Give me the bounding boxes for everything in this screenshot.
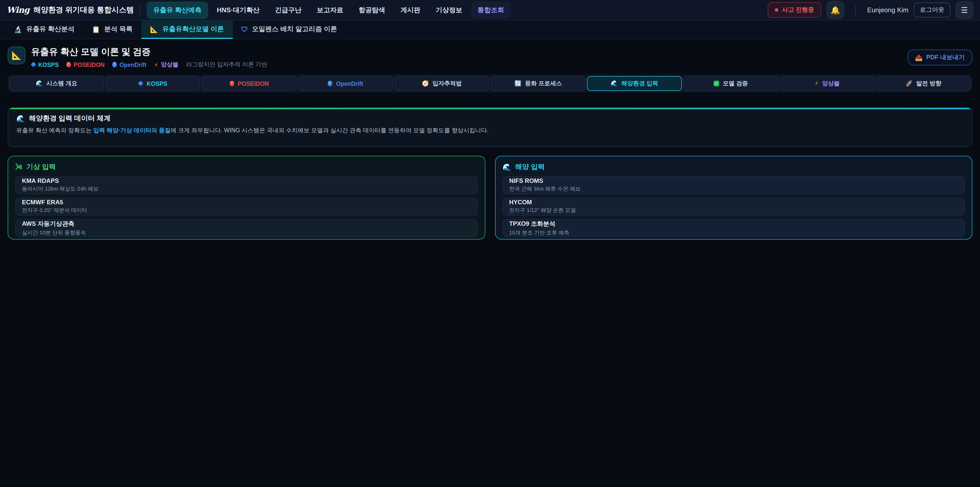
tab-oil-spill-analysis[interactable]: 유출유 확산분석 xyxy=(5,21,83,39)
main-content: 해양환경 입력 데이터 체계 유출유 확산 예측의 정확도는 입력 해양·기상 … xyxy=(0,107,980,239)
weather-card-title: 기상 입력 xyxy=(15,162,477,171)
page-icon-box xyxy=(8,46,25,64)
section-tab-poseidon[interactable]: POSEIDON xyxy=(202,76,297,91)
wave-icon xyxy=(611,81,617,86)
item-name: KMA RDAPS xyxy=(22,177,471,184)
triangle-ruler-icon xyxy=(150,26,158,32)
ocean-card-title: 해양 입력 xyxy=(503,162,965,171)
hamburger-menu-icon xyxy=(961,5,968,14)
wave-icon xyxy=(16,114,25,122)
tab-label: 오일펜스 배치 알고리즘 이론 xyxy=(252,24,337,34)
nav-item-hns-air-diffusion[interactable]: HNS·대기확산 xyxy=(210,1,266,19)
brand[interactable]: Wing 해양환경 위기대응 통합시스템 xyxy=(6,5,134,15)
banner-title-text: 해양환경 입력 데이터 체계 xyxy=(29,113,111,123)
banner-description: 유출유 확산 예측의 정확도는 입력 해양·기상 데이터의 품질에 크게 좌우됩… xyxy=(16,126,964,134)
repeat-icon xyxy=(514,81,522,86)
item-desc: 동아시아 12km 해상도·24h 예보 xyxy=(22,185,471,193)
card-title-text: 기상 입력 xyxy=(26,162,56,171)
section-tab-system-overview[interactable]: 시스템 개요 xyxy=(9,76,104,91)
blue-diamond-icon xyxy=(30,62,36,67)
divider xyxy=(856,5,856,15)
nav-item-weather-info[interactable]: 기상정보 xyxy=(429,1,469,19)
main-nav: 유출유 확산예측 HNS·대기확산 긴급구난 보고자료 항공탐색 게시판 기상정… xyxy=(146,1,767,19)
model-chips-row: KOSPS POSEIDON OpenDrift 앙상블 라그랑지안 입자추적 … xyxy=(31,61,267,69)
section-tab-label: POSEIDON xyxy=(238,80,269,86)
blue-diamond-icon xyxy=(138,81,144,86)
weather-card-items: KMA RDAPS 동아시아 12km 해상도·24h 예보 ECMWF ERA… xyxy=(15,176,477,237)
sub-tab-bar: 유출유 확산분석 분석 목록 유출유확산모델 이론 오일펜스 배치 알고리즘 이… xyxy=(0,21,980,39)
red-oval-icon xyxy=(230,81,234,86)
notifications-button[interactable] xyxy=(826,1,844,19)
shield-icon xyxy=(241,26,248,32)
blue-oval-icon xyxy=(112,62,117,67)
status-dot xyxy=(775,8,778,12)
logout-button[interactable]: 로그아웃 xyxy=(914,3,950,18)
section-tab-label: 해양환경 입력 xyxy=(621,80,658,87)
section-tab-weathering-process[interactable]: 풍화 프로세스 xyxy=(491,76,585,91)
section-tab-marine-env-input[interactable]: 해양환경 입력 xyxy=(587,76,682,91)
item-desc: 전지구 0.25° 재분석 데이터 xyxy=(22,207,471,214)
chip-label: 앙상블 xyxy=(161,61,178,69)
section-tab-opendrift[interactable]: OpenDrift xyxy=(298,76,393,91)
banner-text-after: 에 크게 좌우됩니다. WING 시스템은 국내외 수치예보 모델과 실시간 관… xyxy=(170,127,488,133)
chip-label: OpenDrift xyxy=(119,62,146,68)
chip-opendrift: OpenDrift xyxy=(112,62,146,68)
top-navigation-bar: Wing 해양환경 위기대응 통합시스템 유출유 확산예측 HNS·대기확산 긴… xyxy=(0,0,980,21)
nav-item-integrated-search[interactable]: 통합조회 xyxy=(471,1,511,19)
section-tab-kosps[interactable]: KOSPS xyxy=(105,76,200,91)
section-tab-model-validation[interactable]: 모델 검증 xyxy=(683,76,778,91)
input-cards-row: 기상 입력 KMA RDAPS 동아시아 12km 해상도·24h 예보 ECM… xyxy=(8,155,972,239)
tab-label: 분석 목록 xyxy=(104,24,132,34)
nav-item-emergency-rescue[interactable]: 긴급구난 xyxy=(268,1,308,19)
chip-label: KOSPS xyxy=(38,62,59,68)
item-name: ECMWF ERA5 xyxy=(22,199,471,206)
nav-item-board[interactable]: 게시판 xyxy=(394,1,427,19)
list-item-hycom: HYCOM 전지구 1/12° 해양 순환 모델 xyxy=(503,197,965,215)
page-subtitle-note: 라그랑지안 입자추적 이론 기반 xyxy=(186,61,267,69)
banner-body: 해양환경 입력 데이터 체계 유출유 확산 예측의 정확도는 입력 해양·기상 … xyxy=(8,109,972,146)
section-tab-ensemble[interactable]: 앙상블 xyxy=(780,76,874,91)
brand-title: 해양환경 위기대응 통합시스템 xyxy=(33,5,134,15)
blue-oval-icon xyxy=(328,81,332,86)
nav-item-reports[interactable]: 보고자료 xyxy=(310,1,350,19)
item-desc: 전지구 1/12° 해양 순환 모델 xyxy=(509,207,958,214)
item-name: NIFS ROMS xyxy=(509,177,958,184)
tab-oil-fence-algorithm-theory[interactable]: 오일펜스 배치 알고리즘 이론 xyxy=(232,21,346,39)
compass-icon xyxy=(422,81,429,86)
pdf-export-button[interactable]: PDF 내보내기 xyxy=(907,49,972,65)
section-tab-label: 앙상블 xyxy=(822,80,840,87)
list-item-aws-observation: AWS 자동기상관측 실시간 10분 단위 풍향풍속 xyxy=(15,219,477,237)
nav-item-oil-spill-prediction[interactable]: 유출유 확산예측 xyxy=(146,1,208,19)
list-item-nifs-roms: NIFS ROMS 한국 근해 1km 해류·수온 예보 xyxy=(503,176,965,194)
triangle-ruler-icon xyxy=(11,51,22,60)
export-icon xyxy=(915,54,923,61)
item-name: HYCOM xyxy=(509,199,958,206)
item-desc: 실시간 10분 단위 풍향풍속 xyxy=(22,229,471,236)
wave-icon xyxy=(36,81,43,86)
tab-label: 유출유확산모델 이론 xyxy=(162,24,224,34)
bell-icon xyxy=(830,5,840,14)
wave-icon xyxy=(503,163,511,171)
clipboard-icon xyxy=(92,26,100,32)
lightning-icon xyxy=(154,61,158,68)
check-icon xyxy=(714,81,719,86)
banner-text-before: 유출유 확산 예측의 정확도는 xyxy=(16,127,94,133)
menu-button[interactable] xyxy=(956,1,974,19)
ocean-input-card: 해양 입력 NIFS ROMS 한국 근해 1km 해류·수온 예보 HYCOM… xyxy=(495,155,972,239)
incident-status-badge[interactable]: 사고 진행중 xyxy=(767,2,821,18)
nav-item-aerial-search[interactable]: 항공탐색 xyxy=(352,1,392,19)
section-tab-future-direction[interactable]: 발전 방향 xyxy=(876,76,971,91)
section-tab-particle-tracking[interactable]: 입자추적법 xyxy=(395,76,489,91)
tab-analysis-list[interactable]: 분석 목록 xyxy=(83,21,142,39)
rocket-icon xyxy=(905,81,912,86)
page-header-texts: 유출유 확산 모델 이론 및 검증 KOSPS POSEIDON OpenDri… xyxy=(31,46,267,69)
card-title-text: 해양 입력 xyxy=(515,162,545,171)
section-tab-label: 모델 검증 xyxy=(723,80,748,87)
chip-poseidon: POSEIDON xyxy=(67,62,105,68)
tab-diffusion-model-theory[interactable]: 유출유확산모델 이론 xyxy=(141,21,232,39)
item-desc: 한국 근해 1km 해류·수온 예보 xyxy=(509,185,958,193)
user-name: Eunjeong Kim xyxy=(867,6,908,14)
list-item-kma-rdaps: KMA RDAPS 동아시아 12km 해상도·24h 예보 xyxy=(15,176,477,194)
banner-title: 해양환경 입력 데이터 체계 xyxy=(16,113,964,123)
tab-label: 유출유 확산분석 xyxy=(26,24,74,34)
